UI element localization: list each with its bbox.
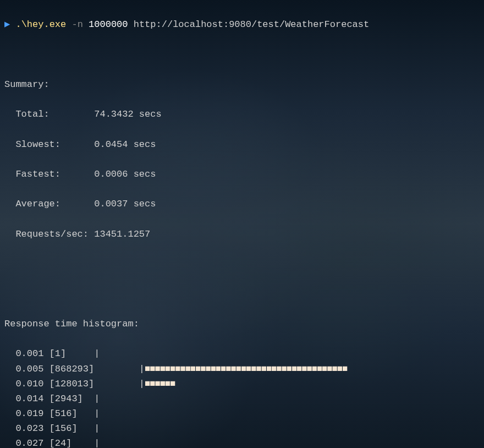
prompt-icon: ▶ [4, 19, 10, 30]
histogram-separator: | [94, 364, 145, 374]
total-value: 74.3432 secs [94, 109, 161, 119]
summary-fastest: Fastest: 0.0006 secs [4, 167, 480, 182]
histogram-row: 0.019 [516] | [4, 406, 480, 421]
target-url: http://localhost:9080/test/WeatherForeca… [134, 19, 369, 30]
terminal-output: ▶ .\hey.exe -n 1000000 http://localhost:… [0, 0, 484, 448]
summary-slowest: Slowest: 0.0454 secs [4, 137, 480, 152]
histogram-bar: ■■■■■■ [145, 379, 175, 389]
histogram-bucket: 0.014 [2943] [4, 394, 94, 404]
flag-n: -n [72, 19, 82, 30]
histogram-bucket: 0.010 [128013] [4, 379, 94, 389]
histogram-separator: | [94, 348, 100, 359]
rps-label: Requests/sec: [4, 229, 94, 239]
fastest-value: 0.0006 secs [94, 169, 156, 179]
average-label: Average: [4, 199, 94, 209]
slowest-value: 0.0454 secs [94, 139, 156, 150]
histogram-bucket: 0.019 [516] [4, 408, 94, 419]
exe-name: .\hey.exe [15, 19, 66, 30]
fastest-label: Fastest: [4, 169, 94, 179]
histogram-separator: | [94, 423, 100, 434]
histogram-separator: | [94, 408, 100, 419]
histogram-bucket: 0.023 [156] [4, 423, 94, 434]
histogram-separator: | [94, 438, 100, 448]
summary-header: Summary: [4, 77, 480, 92]
summary-rps: Requests/sec: 13451.1257 [4, 227, 480, 242]
histogram-row: 0.010 [128013] |■■■■■■ [4, 376, 480, 391]
command-line: ▶ .\hey.exe -n 1000000 http://localhost:… [4, 17, 480, 32]
histogram-rows: 0.001 [1] | 0.005 [868293] |■■■■■■■■■■■■… [4, 346, 480, 448]
histogram-bucket: 0.001 [1] [4, 348, 94, 359]
histogram-row: 0.001 [1] | [4, 346, 480, 361]
histogram-header: Response time histogram: [4, 316, 480, 331]
histogram-bucket: 0.005 [868293] [4, 364, 94, 374]
average-value: 0.0037 secs [94, 199, 156, 209]
request-count: 1000000 [89, 19, 128, 30]
slowest-label: Slowest: [4, 139, 94, 150]
histogram-row: 0.023 [156] | [4, 421, 480, 436]
histogram-row: 0.014 [2943] | [4, 391, 480, 406]
histogram-row: 0.027 [24] | [4, 436, 480, 448]
histogram-bucket: 0.027 [24] [4, 438, 94, 448]
histogram-row: 0.005 [868293] |■■■■■■■■■■■■■■■■■■■■■■■■… [4, 362, 480, 376]
histogram-separator: | [94, 394, 100, 404]
summary-average: Average: 0.0037 secs [4, 196, 480, 211]
histogram-separator: | [94, 379, 145, 389]
rps-value: 13451.1257 [94, 229, 150, 239]
histogram-bar: ■■■■■■■■■■■■■■■■■■■■■■■■■■■■■■■■■■■■■■■■ [145, 364, 347, 374]
summary-total: Total: 74.3432 secs [4, 107, 480, 122]
total-label: Total: [4, 109, 94, 119]
